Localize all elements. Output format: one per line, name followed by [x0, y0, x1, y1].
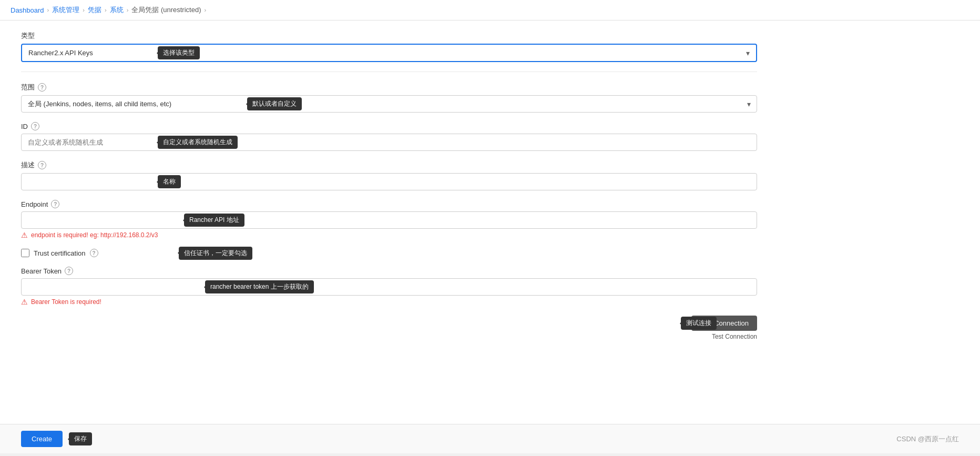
breadcrumb-credentials[interactable]: 凭据 [88, 5, 101, 15]
endpoint-help-icon[interactable]: ? [51, 200, 59, 208]
bearer-token-help-icon[interactable]: ? [65, 267, 73, 275]
bearer-token-label: Bearer Token ? [21, 267, 757, 275]
create-button[interactable]: Create [21, 431, 63, 447]
bearer-token-field-group: Bearer Token ? 7 rancher bearer token 上一… [21, 267, 757, 306]
breadcrumb: Dashboard › 系统管理 › 凭据 › 系统 › 全局凭据 (unres… [0, 0, 980, 21]
id-input[interactable] [21, 134, 757, 151]
type-select[interactable]: Rancher2.x API Keys [22, 45, 756, 61]
bearer-token-field-container: 7 rancher bearer token 上一步获取的 [21, 278, 757, 296]
bearer-token-error-icon: ⚠ [21, 298, 28, 306]
scope-help-icon[interactable]: ? [38, 83, 46, 92]
desc-field-container: 4 名称 [21, 173, 757, 190]
endpoint-field-container: 5 Rancher API 地址 [21, 211, 757, 229]
endpoint-label: Endpoint ? [21, 200, 757, 208]
id-label: ID ? [21, 122, 757, 130]
footer-right: CSDN @西原一点红 [896, 434, 959, 444]
desc-input[interactable] [21, 173, 757, 190]
desc-help-icon[interactable]: ? [38, 161, 46, 169]
credential-form: 类型 Rancher2.x API Keys 1 选择该类型 范围 ? [21, 31, 757, 340]
breadcrumb-system[interactable]: 系统 [110, 5, 124, 15]
footer-left: Create 9 保存 [21, 431, 69, 447]
breadcrumb-system-admin[interactable]: 系统管理 [52, 5, 79, 15]
type-field-container: Rancher2.x API Keys 1 选择该类型 [21, 44, 757, 62]
breadcrumb-sep-3: › [105, 7, 107, 13]
test-connection-label: Test Connection [712, 333, 757, 340]
endpoint-error-icon: ⚠ [21, 231, 28, 239]
type-field-group: 类型 Rancher2.x API Keys 1 选择该类型 [21, 31, 757, 62]
desc-label: 描述 ? [21, 160, 757, 170]
bearer-token-input[interactable] [21, 278, 757, 296]
id-help-icon[interactable]: ? [31, 122, 39, 130]
endpoint-input[interactable] [21, 211, 757, 229]
trust-cert-checkbox[interactable] [21, 249, 29, 257]
breadcrumb-sep-2: › [83, 7, 85, 13]
test-connection-area: 8 测试连接 Test Connection Test Connection [21, 316, 757, 340]
scope-field-group: 范围 ? 全局 (Jenkins, nodes, items, all chil… [21, 83, 757, 113]
breadcrumb-sep-1: › [47, 7, 49, 13]
scope-select[interactable]: 全局 (Jenkins, nodes, items, all child ite… [21, 95, 757, 113]
breadcrumb-dashboard[interactable]: Dashboard [11, 6, 44, 14]
breadcrumb-global-credentials: 全局凭据 (unrestricted) [131, 5, 201, 15]
type-select-wrapper: Rancher2.x API Keys [21, 44, 757, 62]
scope-label: 范围 ? [21, 83, 757, 92]
test-connection-button[interactable]: Test Connection [691, 316, 757, 331]
endpoint-error: ⚠ endpoint is required! eg: http://192.1… [21, 231, 757, 239]
breadcrumb-sep-4: › [127, 7, 129, 13]
breadcrumb-sep-5: › [205, 7, 207, 13]
test-connection-row: 8 测试连接 Test Connection [681, 316, 757, 331]
create-tooltip: 保存 [69, 432, 92, 445]
id-field-container: 3 自定义或者系统随机生成 [21, 134, 757, 151]
scope-select-wrapper: 全局 (Jenkins, nodes, items, all child ite… [21, 95, 757, 113]
trust-cert-container: Trust certification ? 6 信任证书，一定要勾选 [21, 249, 757, 257]
trust-cert-field-group: Trust certification ? 6 信任证书，一定要勾选 [21, 249, 757, 257]
test-conn-badge: 8 [681, 318, 691, 329]
desc-field-group: 描述 ? 4 名称 [21, 160, 757, 190]
trust-cert-label[interactable]: Trust certification [34, 249, 86, 257]
page-body: 类型 Rancher2.x API Keys 1 选择该类型 范围 ? [0, 21, 980, 424]
bearer-token-error: ⚠ Bearer Token is required! [21, 298, 757, 306]
footer-bar: Create 9 保存 CSDN @西原一点红 [0, 424, 980, 453]
trust-cert-help-icon[interactable]: ? [90, 249, 98, 257]
type-label: 类型 [21, 31, 757, 40]
divider-1 [21, 72, 757, 72]
endpoint-field-group: Endpoint ? 5 Rancher API 地址 ⚠ endpoint i… [21, 200, 757, 239]
scope-field-container: 全局 (Jenkins, nodes, items, all child ite… [21, 95, 757, 113]
trust-cert-row: Trust certification ? [21, 249, 757, 257]
id-field-group: ID ? 3 自定义或者系统随机生成 [21, 122, 757, 151]
footer-credit: CSDN @西原一点红 [896, 435, 959, 443]
